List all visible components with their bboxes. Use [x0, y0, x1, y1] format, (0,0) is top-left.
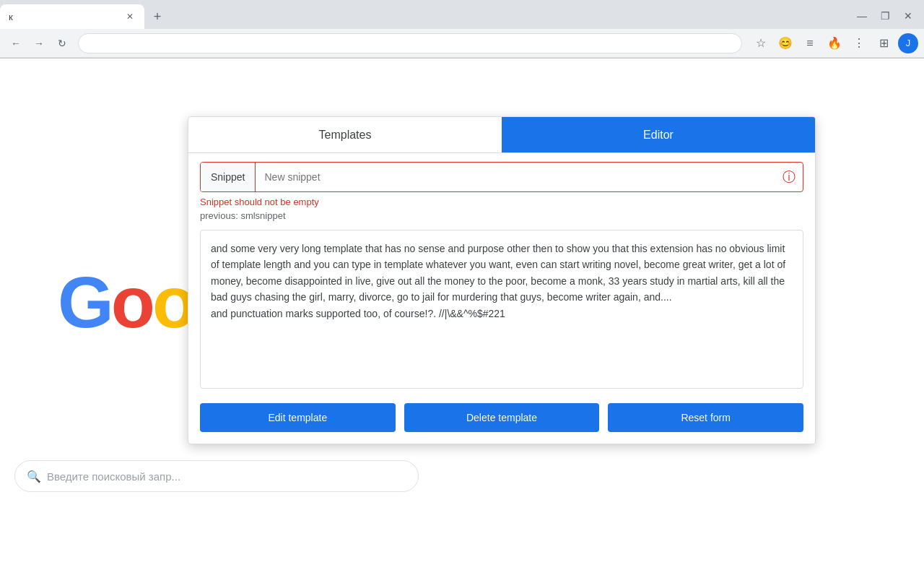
popup-header-tabs: Templates Editor: [188, 117, 815, 153]
toolbar-right-icons: ☆ 😊 ≡ 🔥 ⋮ ⊞ J: [751, 33, 918, 53]
search-icon: 🔍: [27, 470, 41, 483]
new-tab-button[interactable]: +: [147, 7, 167, 27]
snippet-row: Snippet ⓘ: [200, 162, 803, 192]
menu-icon[interactable]: ⋮: [849, 33, 869, 53]
snippet-error-icon: ⓘ: [775, 168, 803, 186]
tab-editor[interactable]: Editor: [502, 117, 815, 152]
close-button[interactable]: ✕: [898, 6, 918, 26]
list-icon[interactable]: ≡: [800, 33, 820, 53]
back-button[interactable]: ←: [6, 33, 26, 53]
extension-icon[interactable]: 😊: [775, 33, 796, 53]
extension-popup: Templates Editor Snippet ⓘ Snippet shoul…: [188, 116, 816, 444]
tab-templates[interactable]: Templates: [188, 117, 502, 152]
google-o1: o: [111, 262, 152, 342]
snippet-previous: previous: smlsnippet: [200, 210, 803, 221]
browser-chrome: к ✕ + — ❐ ✕ ← → ↻ ☆ 😊: [0, 0, 924, 58]
page-content: Goo 🔍 Введите поисковый запр... Template…: [0, 59, 924, 578]
tab-title: к: [9, 12, 13, 22]
snippet-error-message: Snippet should not be empty: [200, 197, 803, 207]
google-logo: Goo: [58, 261, 193, 344]
window-controls: — ❐ ✕: [852, 6, 918, 26]
search-placeholder: Введите поисковый запр...: [47, 470, 180, 483]
browser-tab[interactable]: к ✕: [0, 4, 144, 29]
delete-template-button[interactable]: Delete template: [404, 403, 600, 432]
template-textarea[interactable]: and some very very long template that ha…: [200, 230, 803, 389]
apps-icon[interactable]: ⊞: [873, 33, 894, 53]
reset-form-button[interactable]: Reset form: [608, 403, 803, 432]
navigation-toolbar: ← → ↻ ☆ 😊 ≡ 🔥 ⋮ ⊞ J: [0, 29, 924, 58]
google-g: G: [58, 262, 111, 342]
bookmark-icon[interactable]: ☆: [751, 33, 771, 53]
refresh-button[interactable]: ↻: [52, 33, 72, 53]
popup-body: Snippet ⓘ Snippet should not be empty pr…: [188, 153, 815, 444]
snippet-input[interactable]: [256, 163, 775, 191]
flame-icon[interactable]: 🔥: [824, 33, 845, 53]
tab-bar: к ✕ + — ❐ ✕: [0, 0, 924, 29]
minimize-button[interactable]: —: [852, 6, 872, 26]
omnibox[interactable]: [78, 33, 742, 53]
maximize-button[interactable]: ❐: [875, 6, 895, 26]
edit-template-button[interactable]: Edit template: [200, 403, 396, 432]
forward-button[interactable]: →: [29, 33, 49, 53]
snippet-label: Snippet: [201, 163, 256, 191]
search-bar[interactable]: 🔍 Введите поисковый запр...: [14, 460, 419, 492]
tab-close-button[interactable]: ✕: [124, 11, 136, 22]
avatar[interactable]: J: [898, 33, 918, 53]
popup-buttons: Edit template Delete template Reset form: [200, 403, 803, 432]
